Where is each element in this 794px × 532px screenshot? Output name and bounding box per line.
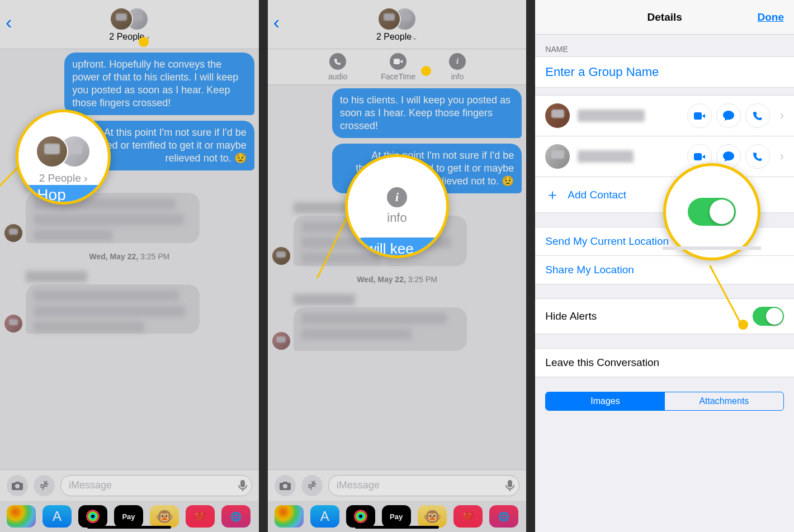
conversation-header[interactable]: ‹ 2 People⌄ (268, 0, 527, 49)
timestamp: Wed, May 22, 3:25 PM (272, 275, 522, 284)
callout-info-zoom: i info e I will kee (345, 154, 449, 258)
home-indicator[interactable] (87, 526, 171, 529)
page-title: Details (648, 11, 682, 23)
incoming-row (4, 269, 254, 335)
messages-screen-2: ‹ 2 People⌄ audio FaceTime iinfo to his … (268, 0, 527, 532)
seg-attachments[interactable]: Attachments (665, 392, 783, 410)
share-location-button[interactable]: Share My Location (535, 255, 794, 284)
back-chevron-icon[interactable]: ‹ (6, 11, 12, 33)
plus-icon: ＋ (545, 185, 560, 205)
callout-toggle-zoom (663, 163, 760, 260)
sender-avatar-icon (272, 247, 290, 265)
contact-avatar-icon (545, 144, 570, 169)
seg-images[interactable]: Images (546, 392, 664, 410)
callout-anchor-dot (738, 320, 748, 330)
contact-name-redacted (578, 150, 634, 163)
chevron-right-icon: › (780, 108, 784, 123)
callout-people-label: 2 People › (39, 172, 88, 184)
facetime-button[interactable]: FaceTime (381, 53, 415, 81)
callout-header-zoom: 2 People › t. Hop (16, 110, 111, 205)
stickers-app-icon[interactable]: ❤️ (453, 505, 483, 528)
incoming-message[interactable] (294, 307, 467, 351)
memoji-app-icon[interactable]: 🐵 (150, 505, 179, 528)
phone-icon[interactable] (745, 103, 770, 128)
home-indicator[interactable] (355, 526, 439, 529)
info-icon: i (387, 187, 407, 207)
group-name-field[interactable]: Enter a Group Name (535, 56, 794, 88)
toggle-on-icon (688, 198, 736, 226)
message-list: to his clients. I will keep you posted a… (268, 85, 527, 469)
callout-anchor-dot (139, 37, 149, 47)
appstore-app-icon[interactable]: A (310, 505, 339, 528)
people-label: 2 People⌄ (376, 32, 418, 42)
facetime-label: FaceTime (381, 72, 415, 81)
contact-avatar-icon (545, 103, 570, 128)
app-store-icon[interactable] (301, 475, 323, 496)
message-input[interactable]: iMessage (328, 475, 520, 496)
details-header: Details Done (535, 0, 794, 35)
apple-pay-app-icon[interactable]: Pay (382, 505, 411, 528)
audio-label: audio (328, 72, 347, 81)
appstore-app-icon[interactable]: A (42, 505, 72, 528)
callout-info-label: info (387, 211, 407, 225)
chevron-right-icon: › (780, 149, 784, 164)
section-header-name: NAME (535, 35, 794, 57)
callout-divider (663, 246, 761, 250)
sender-avatar-icon (272, 332, 290, 350)
photos-app-icon[interactable] (275, 505, 304, 528)
activity-app-icon[interactable] (78, 505, 107, 528)
activity-app-icon[interactable] (346, 505, 375, 528)
sender-avatar-icon (4, 315, 22, 332)
group-avatar-icon (110, 7, 149, 31)
microphone-icon[interactable] (505, 479, 514, 492)
photos-app-icon[interactable] (7, 505, 36, 528)
memoji-app-icon[interactable]: 🐵 (418, 505, 447, 528)
outgoing-message[interactable]: upfront. Hopefully he conveys the power … (64, 53, 254, 115)
contact-row[interactable]: › (535, 136, 794, 177)
camera-icon[interactable] (7, 475, 28, 496)
attachments-segmented-control[interactable]: Images Attachments (545, 392, 784, 411)
compose-bar: iMessage (0, 469, 259, 501)
group-avatar-icon (377, 7, 417, 31)
details-screen: Details Done NAME Enter a Group Name › › (535, 0, 794, 532)
message-input[interactable]: iMessage (60, 475, 252, 496)
messages-screen-1: ‹ 2 People › upfront. Hopefully he conve… (0, 0, 259, 532)
phone-icon (329, 53, 346, 70)
hide-alerts-toggle[interactable] (753, 307, 784, 326)
timestamp: Wed, May 22, 3:25 PM (4, 252, 254, 261)
info-label: info (451, 72, 464, 81)
stickers-app-icon[interactable]: ❤️ (186, 505, 215, 528)
contact-row[interactable]: › (535, 95, 794, 136)
callout-anchor-dot (421, 66, 431, 76)
message-icon[interactable] (716, 103, 741, 128)
phone-icon[interactable] (745, 144, 770, 169)
message-list: upfront. Hopefully he conveys the power … (0, 49, 259, 469)
compose-bar: iMessage (268, 469, 527, 501)
conversation-header[interactable]: ‹ 2 People › (0, 0, 259, 49)
app-store-icon[interactable] (34, 475, 55, 496)
sender-avatar-icon (4, 224, 22, 242)
apple-pay-app-icon[interactable]: Pay (114, 505, 143, 528)
more-app-icon[interactable]: 🌐 (221, 505, 251, 528)
incoming-row (272, 292, 522, 352)
action-row: audio FaceTime iinfo (268, 49, 527, 85)
add-contact-label: Add Contact (568, 189, 626, 201)
audio-button[interactable]: audio (328, 53, 347, 81)
leave-conversation-button[interactable]: Leave this Conversation (535, 348, 794, 377)
info-icon: i (449, 53, 466, 70)
video-icon (390, 53, 407, 70)
hide-alerts-label: Hide Alerts (545, 310, 753, 322)
facetime-video-icon[interactable] (687, 103, 712, 128)
incoming-message[interactable] (26, 284, 200, 334)
contact-name-redacted (578, 110, 645, 122)
done-button[interactable]: Done (758, 11, 784, 23)
more-app-icon[interactable]: 🌐 (489, 505, 518, 528)
camera-icon[interactable] (275, 475, 296, 496)
microphone-icon[interactable] (238, 479, 247, 492)
back-chevron-icon[interactable]: ‹ (273, 11, 280, 33)
hide-alerts-row: Hide Alerts (535, 298, 794, 334)
info-button[interactable]: iinfo (449, 53, 466, 81)
outgoing-message[interactable]: to his clients. I will keep you posted a… (332, 88, 522, 138)
